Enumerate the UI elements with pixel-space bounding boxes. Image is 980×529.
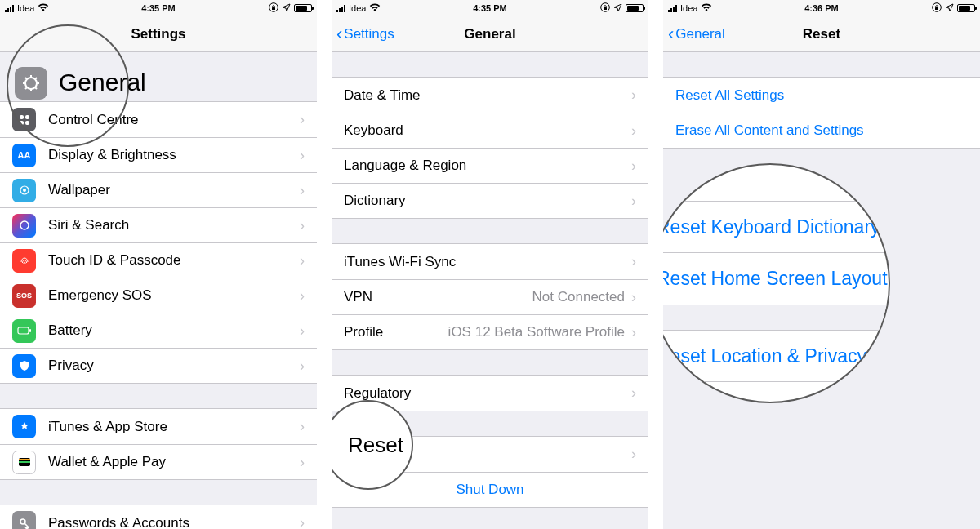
svg-rect-12	[19, 459, 30, 460]
row-label: Passwords & Accounts	[48, 515, 300, 530]
chevron-right-icon: ›	[631, 289, 636, 306]
settings-row-battery[interactable]: Battery ›	[0, 313, 317, 348]
svg-rect-5	[25, 121, 29, 125]
row-label: iTunes & App Store	[48, 419, 300, 435]
svg-rect-9	[18, 327, 29, 334]
back-label: Settings	[344, 26, 394, 42]
row-label: Emergency SOS	[48, 287, 300, 304]
row-label: Wallpaper	[48, 182, 300, 198]
settings-group-3: Passwords & Accounts ›	[0, 505, 317, 529]
row-detail: iOS 12 Beta Software Profile	[448, 324, 625, 340]
chevron-right-icon: ›	[300, 147, 305, 164]
row-reset-keyboard-dictionary[interactable]: Reset Keyboard Dictionary	[663, 201, 889, 253]
chevron-right-icon: ›	[631, 87, 636, 104]
back-label: General	[675, 26, 724, 42]
wifi-icon	[369, 2, 381, 14]
svg-rect-10	[29, 329, 31, 332]
settings-row-touchid[interactable]: Touch ID & Passcode ›	[0, 242, 317, 278]
nav-bar: ‹ Settings General	[332, 16, 648, 52]
svg-rect-2	[20, 115, 24, 119]
reset-group-1: Reset All Settings Erase All Content and…	[663, 77, 980, 149]
row-reset-home-screen[interactable]: Reset Home Screen Layout	[663, 253, 889, 305]
row-profile[interactable]: Profile iOS 12 Beta Software Profile ›	[332, 314, 648, 349]
settings-row-wallet[interactable]: Wallet & Apple Pay ›	[0, 444, 317, 479]
row-label: Erase All Content and Settings	[675, 122, 968, 139]
status-time: 4:35 PM	[141, 3, 176, 13]
chevron-right-icon: ›	[300, 252, 305, 269]
row-dictionary[interactable]: Dictionary ›	[332, 183, 648, 218]
battery-icon	[626, 4, 644, 12]
magnify-circle-reset-options: Reset Keyboard Dictionary Reset Home Scr…	[663, 163, 890, 403]
general-group-1: Date & Time › Keyboard › Language & Regi…	[332, 77, 648, 219]
control-centre-icon	[12, 108, 36, 131]
row-detail: Not Connected	[532, 289, 625, 305]
status-time: 4:35 PM	[473, 3, 507, 13]
row-label: Siri & Search	[48, 217, 300, 233]
row-vpn[interactable]: VPN Not Connected ›	[332, 279, 648, 314]
svg-rect-1	[272, 7, 275, 10]
battery-icon	[294, 4, 312, 12]
row-itunes-wifi-sync[interactable]: iTunes Wi-Fi Sync ›	[332, 244, 648, 279]
nav-bar: Settings	[0, 16, 317, 52]
row-regulatory[interactable]: Regulatory ›	[332, 376, 648, 411]
chevron-right-icon: ›	[631, 122, 636, 140]
chevron-right-icon: ›	[631, 158, 636, 175]
settings-row-display[interactable]: AA Display & Brightness ›	[0, 137, 317, 172]
svg-point-8	[20, 221, 29, 229]
row-reset-all-settings[interactable]: Reset All Settings	[663, 78, 980, 113]
row-label: Keyboard	[344, 122, 631, 139]
row-label: Profile	[344, 324, 448, 340]
settings-row-siri[interactable]: Siri & Search ›	[0, 207, 317, 242]
settings-row-privacy[interactable]: Privacy ›	[0, 348, 317, 383]
row-label: Reset Location & Privacy	[663, 345, 866, 367]
settings-row-wallpaper[interactable]: Wallpaper ›	[0, 172, 317, 207]
svg-rect-27	[935, 7, 938, 10]
settings-screen: Idea 4:35 PM Settings Control Centre ›	[0, 0, 317, 529]
row-label: Reset	[344, 447, 631, 463]
back-button[interactable]: ‹ Settings	[336, 16, 394, 52]
svg-rect-25	[604, 7, 607, 10]
row-shutdown[interactable]: Shut Down	[332, 472, 648, 507]
general-group-4: Reset › Shut Down	[332, 436, 648, 508]
settings-row-sos[interactable]: SOS Emergency SOS ›	[0, 278, 317, 313]
appstore-icon	[12, 415, 36, 438]
location-icon	[945, 3, 954, 14]
chevron-right-icon: ›	[300, 418, 305, 435]
chevron-right-icon: ›	[300, 182, 305, 199]
row-erase-all-content[interactable]: Erase All Content and Settings	[663, 113, 980, 148]
wifi-icon	[38, 2, 49, 14]
row-reset[interactable]: Reset ›	[332, 437, 648, 472]
carrier-label: Idea	[680, 3, 697, 13]
chevron-left-icon: ‹	[336, 24, 342, 45]
row-label: Touch ID & Passcode	[48, 252, 300, 269]
nav-bar: ‹ General Reset	[663, 16, 980, 52]
signal-bars-icon	[5, 4, 14, 12]
passwords-icon	[12, 511, 36, 529]
general-group-2: iTunes Wi-Fi Sync › VPN Not Connected › …	[332, 243, 648, 350]
row-keyboard[interactable]: Keyboard ›	[332, 113, 648, 148]
settings-row-passwords[interactable]: Passwords & Accounts ›	[0, 505, 317, 529]
chevron-right-icon: ›	[631, 193, 636, 210]
row-label: Date & Time	[344, 87, 631, 104]
carrier-label: Idea	[17, 3, 34, 13]
battery-icon	[12, 319, 36, 343]
chevron-right-icon: ›	[300, 358, 305, 375]
row-date-time[interactable]: Date & Time ›	[332, 78, 648, 113]
settings-row-appstore[interactable]: iTunes & App Store ›	[0, 409, 317, 444]
row-label: Regulatory	[344, 385, 631, 402]
orientation-lock-icon	[269, 2, 278, 14]
chevron-right-icon: ›	[300, 287, 305, 305]
back-button[interactable]: ‹ General	[668, 16, 725, 52]
wifi-icon	[701, 2, 712, 14]
chevron-right-icon: ›	[300, 454, 305, 471]
battery-icon	[957, 4, 975, 12]
settings-group-2: iTunes & App Store › Wallet & Apple Pay …	[0, 408, 317, 480]
settings-row-control-centre[interactable]: Control Centre ›	[0, 102, 317, 137]
wallet-icon	[12, 451, 36, 474]
row-reset-location-privacy[interactable]: Reset Location & Privacy	[663, 330, 889, 382]
row-language-region[interactable]: Language & Region ›	[332, 148, 648, 183]
status-bar: Idea 4:35 PM	[0, 0, 317, 16]
chevron-right-icon: ›	[300, 111, 305, 128]
reset-screen: Idea 4:36 PM ‹ General Reset Reset All S…	[663, 0, 980, 529]
touchid-icon	[12, 249, 36, 273]
